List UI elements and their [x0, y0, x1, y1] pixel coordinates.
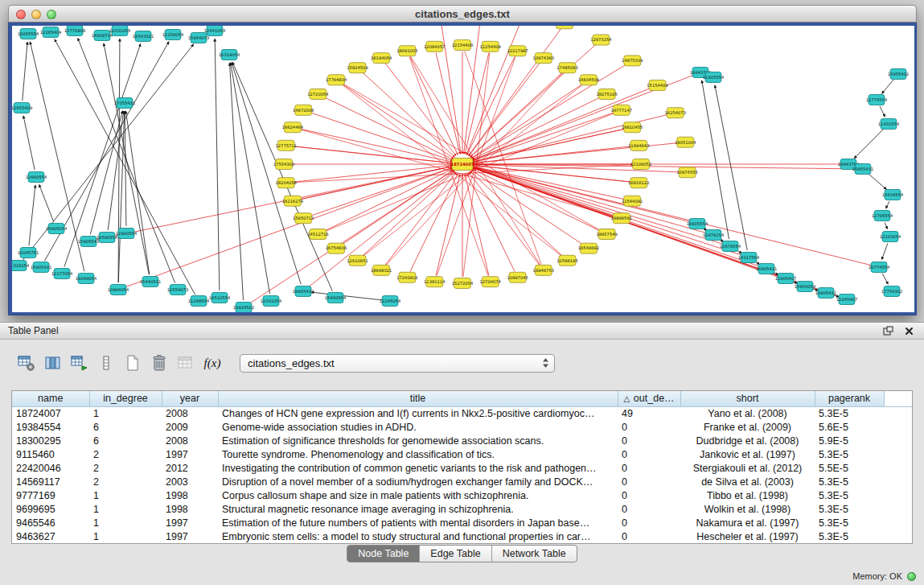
graph-node[interactable]: 12679554 [720, 241, 741, 252]
graph-node[interactable]: 12775711 [276, 140, 297, 150]
graph-node[interactable]: 16777147 [611, 105, 632, 115]
graph-node[interactable]: 12245407 [836, 295, 857, 305]
graph-node[interactable]: 17754302 [881, 286, 902, 297]
graph-node[interactable]: 16624464 [282, 122, 304, 133]
graph-node[interactable]: 14512716 [307, 229, 328, 239]
graph-node[interactable]: 15824509 [347, 63, 368, 73]
graph-node[interactable]: 12704074 [480, 277, 502, 287]
graph-node[interactable]: 14875309 [622, 56, 643, 66]
graph-node[interactable]: 11259054 [162, 30, 184, 40]
graph-node[interactable]: 15440531 [140, 277, 161, 287]
graph-node[interactable]: 16810455 [622, 122, 643, 133]
graph-node[interactable]: 12217987 [507, 46, 528, 56]
table-cell[interactable]: 14569117 [12, 475, 89, 488]
graph-node[interactable]: 18957549 [596, 229, 617, 239]
graph-node[interactable]: 18724007 [451, 159, 474, 171]
import-table-icon[interactable] [68, 352, 92, 374]
table-cell[interactable]: 1997 [162, 516, 218, 529]
table-cell[interactable]: 1998 [162, 488, 218, 502]
table-cell[interactable]: Franke et al. (2009) [680, 420, 815, 434]
function-icon[interactable]: f(x) [200, 352, 224, 374]
table-cell[interactable]: 2 [89, 447, 162, 461]
new-file-icon[interactable] [121, 352, 145, 374]
column-header-pagerank[interactable]: pagerank [815, 391, 884, 406]
table-row[interactable]: 1872400712008Changes of HCN gene express… [12, 406, 912, 420]
graph-node[interactable]: 16816122 [628, 178, 649, 188]
table-cell[interactable]: 0 [618, 502, 680, 516]
graph-node[interactable]: 10924502 [233, 303, 254, 313]
table-cell[interactable]: Corpus callosum shape and size in male p… [218, 488, 618, 502]
table-cell[interactable]: 0 [618, 461, 680, 475]
tab-network-table[interactable]: Network Table [492, 546, 577, 562]
table-cell[interactable]: 18724007 [12, 406, 89, 420]
graph-node[interactable]: 12031054 [109, 26, 131, 36]
graph-node[interactable]: 15950713 [293, 213, 314, 224]
column-header-outde[interactable]: △ out_de… [618, 391, 680, 406]
graph-node[interactable]: 17554300 [273, 159, 294, 170]
table-cell[interactable]: Yano et al. (2008) [680, 406, 815, 420]
table-cell[interactable]: 6 [89, 434, 162, 447]
table-cell[interactable]: 2 [89, 475, 162, 488]
table-cell[interactable]: 5.6E-5 [815, 420, 884, 434]
table-cell[interactable]: 6 [89, 420, 162, 434]
graph-node[interactable]: 16510554 [209, 293, 231, 303]
graph-node[interactable]: 10974383 [533, 53, 554, 64]
graph-node[interactable]: 16605431 [293, 286, 314, 297]
graph-node[interactable]: 15440554 [325, 293, 347, 303]
table-settings-icon[interactable] [14, 352, 39, 374]
graph-node[interactable]: 19613094 [554, 26, 576, 29]
graph-node[interactable]: 15954054 [795, 282, 816, 292]
table-cell[interactable]: 1998 [162, 502, 218, 516]
graph-node[interactable]: 12655409 [12, 103, 32, 113]
graph-node[interactable]: 16194054 [371, 53, 392, 64]
table-cell[interactable]: Changes of HCN gene expression and I(f) … [218, 406, 618, 420]
table-cell[interactable]: 19384554 [12, 420, 89, 434]
table-cell[interactable]: Investigating the contribution of common… [218, 461, 618, 475]
graph-node[interactable]: 10994054 [108, 285, 129, 295]
graph-node[interactable]: 16905431 [756, 264, 777, 274]
graph-node[interactable]: 16543321 [133, 31, 154, 42]
table-cell[interactable]: 2008 [162, 406, 218, 420]
graph-node[interactable]: 17485083 [556, 63, 577, 73]
close-window-button[interactable] [16, 10, 26, 19]
table-row[interactable]: 1938455462009Genome-wide association stu… [12, 420, 912, 434]
graph-node[interactable]: 18204058 [276, 178, 297, 188]
graph-node[interactable]: 12265409 [40, 27, 61, 38]
table-cell[interactable]: Structural magnetic resonance image aver… [218, 502, 618, 516]
graph-node[interactable]: 16319054 [219, 50, 240, 60]
table-row[interactable]: 977716911998Corpus callosum shape and si… [12, 488, 912, 502]
table-cell[interactable]: 1997 [162, 529, 218, 543]
graph-node[interactable]: 14434554 [882, 190, 904, 200]
table-cell[interactable]: Disruption of a novel member of a sodium… [218, 475, 618, 488]
row-height-icon[interactable] [94, 352, 118, 374]
table-cell[interactable]: 5.3E-5 [815, 406, 884, 420]
tab-node-table[interactable]: Node Table [347, 546, 420, 562]
table-cell[interactable]: Genome-wide association studies in ADHD. [218, 420, 618, 434]
graph-node[interactable]: 16055554 [18, 29, 39, 39]
graph-node[interactable]: 12900554 [116, 229, 138, 239]
graph-node[interactable]: 17764834 [326, 75, 347, 85]
table-cell[interactable]: 5.3E-5 [815, 475, 884, 488]
table-cell[interactable]: 1997 [162, 447, 218, 461]
table-cell[interactable]: 5.3E-5 [815, 529, 884, 543]
graph-node[interactable]: 15272054 [452, 278, 474, 289]
graph-node[interactable]: 17240816 [396, 272, 417, 282]
graph-node[interactable]: 16116279 [282, 196, 303, 206]
graph-node[interactable]: 18091005 [396, 46, 417, 56]
table-row[interactable]: 946554611997Estimation of the future num… [12, 516, 912, 529]
table-row[interactable]: 946362711997Embryonic stem cells: a mode… [12, 529, 912, 543]
graph-node[interactable]: 15954073 [188, 33, 209, 43]
graph-node[interactable]: 10045751 [18, 248, 39, 258]
table-cell[interactable]: 2003 [162, 475, 218, 488]
graph-node[interactable]: 11431554 [878, 119, 900, 130]
graph-node[interactable]: 12610651 [347, 255, 368, 266]
graph-node[interactable]: 11679154 [703, 230, 725, 241]
graph-node[interactable]: 16946753 [533, 265, 554, 275]
graph-node[interactable]: 12084057 [424, 41, 445, 51]
graph-node[interactable]: 18698321 [371, 265, 392, 275]
graph-node[interactable]: 10974555 [676, 167, 697, 178]
network-canvas[interactable]: 1605555412265409107709081460873412031054… [12, 26, 914, 312]
graph-node[interactable]: 12441054 [204, 26, 226, 36]
graph-node[interactable]: 11248554 [188, 296, 210, 307]
table-cell[interactable]: 5.3E-5 [815, 502, 884, 516]
